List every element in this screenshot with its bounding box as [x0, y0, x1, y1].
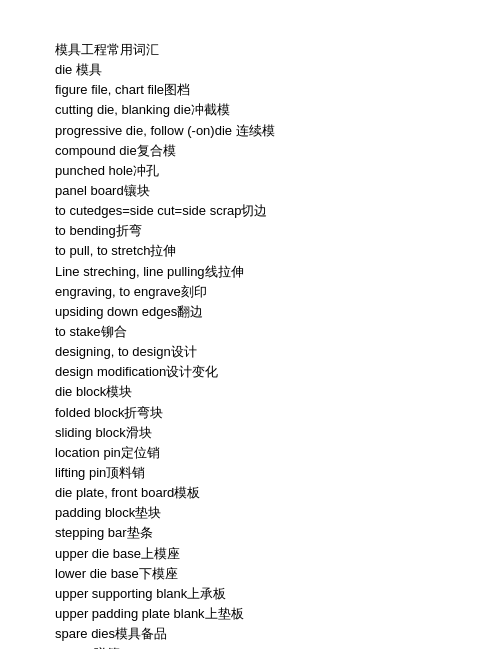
- vocab-line-24: stepping bar垫条: [55, 523, 447, 543]
- vocab-line-27: upper supporting blank上承板: [55, 584, 447, 604]
- vocab-line-21: lifting pin顶料销: [55, 463, 447, 483]
- vocab-line-4: progressive die, follow (-on)die 连续模: [55, 121, 447, 141]
- vocab-line-8: to cutedges=side cut=side scrap切边: [55, 201, 447, 221]
- vocab-line-16: design modification设计变化: [55, 362, 447, 382]
- vocab-line-17: die block模块: [55, 382, 447, 402]
- vocab-line-11: Line streching, line pulling线拉伸: [55, 262, 447, 282]
- vocab-line-1: die 模具: [55, 60, 447, 80]
- vocab-line-22: die plate, front board模板: [55, 483, 447, 503]
- vocab-line-20: location pin定位销: [55, 443, 447, 463]
- vocab-line-18: folded block折弯块: [55, 403, 447, 423]
- vocab-line-30: spring 弹簧: [55, 644, 447, 649]
- vocab-line-13: upsiding down edges翻边: [55, 302, 447, 322]
- vocab-line-3: cutting die, blanking die冲截模: [55, 100, 447, 120]
- vocab-line-26: lower die base下模座: [55, 564, 447, 584]
- vocab-line-14: to stake铆合: [55, 322, 447, 342]
- vocab-line-29: spare dies模具备品: [55, 624, 447, 644]
- vocabulary-list: 模具工程常用词汇die 模具figure file, chart file图档c…: [55, 40, 447, 649]
- vocab-line-15: designing, to design设计: [55, 342, 447, 362]
- vocab-line-25: upper die base上模座: [55, 544, 447, 564]
- vocab-line-2: figure file, chart file图档: [55, 80, 447, 100]
- vocab-line-23: padding block垫块: [55, 503, 447, 523]
- vocab-line-9: to bending折弯: [55, 221, 447, 241]
- vocab-line-6: punched hole冲孔: [55, 161, 447, 181]
- vocab-line-5: compound die复合模: [55, 141, 447, 161]
- vocab-line-7: panel board镶块: [55, 181, 447, 201]
- vocab-line-19: sliding block滑块: [55, 423, 447, 443]
- vocab-line-12: engraving, to engrave刻印: [55, 282, 447, 302]
- vocab-line-0: 模具工程常用词汇: [55, 40, 447, 60]
- vocab-line-28: upper padding plate blank上垫板: [55, 604, 447, 624]
- vocab-line-10: to pull, to stretch拉伸: [55, 241, 447, 261]
